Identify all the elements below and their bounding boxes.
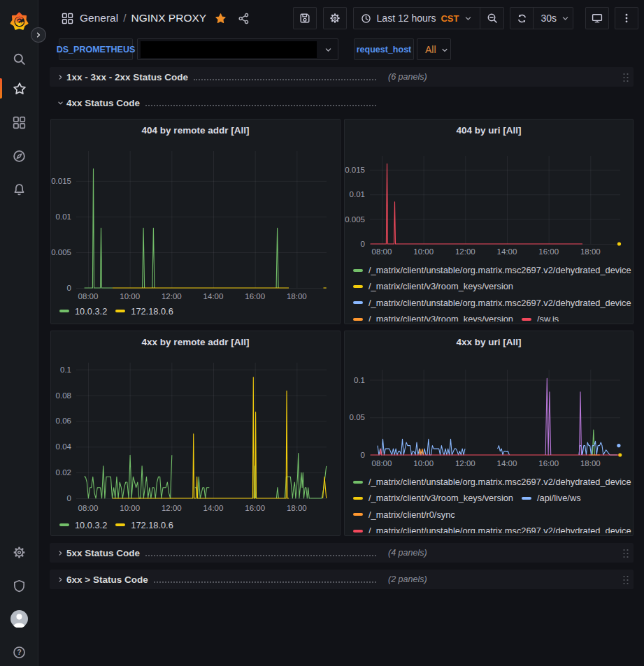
dashboards-menu-item[interactable]: [0, 108, 38, 136]
legend-series-label[interactable]: 172.18.0.6: [131, 520, 173, 530]
help-menu-item[interactable]: [0, 638, 38, 666]
legend-series-label[interactable]: /_matrix/client/unstable/org.matrix.msc2…: [368, 298, 631, 308]
gear-icon: [329, 13, 341, 24]
dashboard-row-6xx[interactable]: 6xx > Status Code (2 panels): [50, 570, 634, 589]
legend-series-label[interactable]: /api/live/ws: [537, 493, 581, 503]
legend-item[interactable]: 10.0.3.2: [59, 306, 107, 317]
svg-text:0.01: 0.01: [56, 212, 71, 221]
legend-item[interactable]: /api/live/ws: [522, 493, 581, 503]
row-panel-count: (4 panels): [388, 548, 427, 558]
legend-series-label[interactable]: /_matrix/client/unstable/org.matrix.msc2…: [368, 526, 631, 533]
legend-row: /_matrix/client/unstable/org.matrix.msc2…: [353, 295, 631, 311]
search-menu-item[interactable]: [0, 45, 38, 73]
dashboard-row-4xx[interactable]: 4xx Status Code: [50, 93, 634, 113]
panel-title[interactable]: 4xx by remote addr [All]: [51, 331, 340, 352]
legend-series-label[interactable]: /_matrix/client/unstable/org.matrix.msc2…: [368, 477, 631, 487]
row-dots: [145, 549, 376, 556]
host-variable-select[interactable]: All: [417, 38, 451, 60]
tv-mode-button[interactable]: [585, 7, 609, 29]
time-range-label: Last 12 hours: [377, 13, 436, 24]
legend-series-label[interactable]: 172.18.0.6: [131, 306, 173, 317]
legend-row: 10.0.3.2172.18.0.6: [59, 303, 338, 319]
explore-menu-item[interactable]: [0, 142, 38, 170]
legend-series-color: [353, 285, 363, 288]
refresh-interval-picker[interactable]: 30s: [534, 7, 573, 29]
chevron-right-icon: [57, 576, 64, 584]
breadcrumb-section[interactable]: General: [80, 12, 118, 24]
legend-row: /_matrix/client/unstable/org.matrix.msc2…: [353, 474, 631, 490]
monitor-icon: [592, 13, 603, 24]
legend-item[interactable]: 172.18.0.6: [115, 306, 173, 317]
breadcrumb-dashboard-title[interactable]: NGINX PROXY: [131, 12, 206, 24]
datasource-variable-select[interactable]: [137, 38, 338, 60]
alerting-menu-item[interactable]: [0, 175, 38, 203]
drag-handle-icon[interactable]: [621, 574, 631, 586]
drag-handle-icon[interactable]: [621, 72, 631, 83]
legend-series-label[interactable]: /_matrix/client/v3/room_keys/version: [368, 281, 513, 291]
panel-4xx-by-remote-addr: 4xx by remote addr [All] 00.020.040.060.…: [50, 331, 341, 536]
star-icon: [13, 82, 27, 96]
sidebar-expand-button[interactable]: [31, 27, 46, 43]
configuration-menu-item[interactable]: [0, 538, 38, 566]
kebab-menu-button[interactable]: [615, 7, 638, 29]
svg-text:0: 0: [361, 451, 365, 459]
svg-text:18:00: 18:00: [580, 247, 601, 256]
legend-series-label[interactable]: /sw.js: [537, 314, 559, 321]
dashboard-row-5xx[interactable]: 5xx Status Code (4 panels): [50, 543, 634, 563]
svg-text:0.1: 0.1: [354, 376, 365, 384]
timeseries-chart: 00.0050.010.01508:0010:0012:0014:0016:00…: [51, 140, 338, 307]
legend-item[interactable]: /_matrix/client/unstable/org.matrix.msc2…: [353, 477, 631, 487]
svg-text:14:00: 14:00: [497, 459, 517, 468]
legend-item[interactable]: /_matrix/client/v3/room_keys/version: [353, 314, 513, 321]
svg-text:14:00: 14:00: [203, 504, 224, 512]
time-range-picker[interactable]: Last 12 hours CST: [353, 7, 481, 29]
host-variable-label: request_host: [354, 38, 414, 60]
svg-text:0.005: 0.005: [345, 215, 365, 224]
legend-series-label[interactable]: /_matrix/client/v3/room_keys/version: [368, 314, 513, 321]
legend-item[interactable]: /_matrix/client/unstable/org.matrix.msc2…: [353, 265, 631, 275]
starred-menu-item[interactable]: [0, 75, 38, 103]
panel-title[interactable]: 404 by uri [All]: [345, 120, 633, 140]
panel-4xx-by-uri: 4xx by uri [All] 00.050.108:0010:0012:00…: [344, 331, 634, 536]
row-panel-count: (6 panels): [388, 72, 427, 82]
favorite-star-icon[interactable]: [215, 13, 227, 24]
save-icon: [299, 13, 310, 24]
dashboard-row-1xx[interactable]: 1xx - 3xx - 2xx Status Code (6 panels): [50, 67, 634, 87]
svg-text:0.04: 0.04: [56, 442, 72, 451]
chevron-down-icon: [441, 45, 449, 55]
chevron-right-icon: [54, 549, 66, 557]
legend-item[interactable]: /_matrix/client/unstable/org.matrix.msc2…: [353, 298, 631, 308]
legend-item[interactable]: 10.0.3.2: [59, 520, 107, 530]
dashboard-settings-button[interactable]: [323, 7, 347, 29]
toolbar: Last 12 hours CST 30s: [293, 7, 638, 29]
legend-series-color: [353, 530, 363, 533]
legend-series-color: [353, 497, 363, 500]
legend-item[interactable]: /_matrix/client/r0/sync: [353, 509, 455, 520]
svg-text:18:00: 18:00: [287, 504, 307, 512]
legend-series-label[interactable]: /_matrix/client/r0/sync: [368, 509, 455, 520]
legend-series-label[interactable]: 10.0.3.2: [75, 306, 107, 317]
svg-text:14:00: 14:00: [497, 247, 517, 256]
user-avatar[interactable]: [0, 605, 38, 632]
panel-title[interactable]: 4xx by uri [All]: [345, 331, 633, 352]
save-dashboard-button[interactable]: [293, 7, 317, 29]
row-dots: [154, 576, 376, 583]
panel-404-by-remote-addr: 404 by remote addr [All] 00.0050.010.015…: [50, 119, 341, 324]
drag-handle-icon[interactable]: [621, 548, 631, 559]
legend-item[interactable]: 172.18.0.6: [115, 520, 173, 530]
zoom-out-button[interactable]: [480, 7, 504, 29]
legend-item[interactable]: /_matrix/client/unstable/org.matrix.msc2…: [353, 526, 631, 533]
server-admin-menu-item[interactable]: [0, 572, 38, 600]
legend-series-label[interactable]: 10.0.3.2: [75, 520, 107, 530]
legend-series-label[interactable]: /_matrix/client/unstable/org.matrix.msc2…: [368, 265, 631, 275]
panel-title[interactable]: 404 by remote addr [All]: [51, 120, 340, 140]
legend-item[interactable]: /_matrix/client/v3/room_keys/version: [353, 281, 513, 291]
refresh-button[interactable]: [510, 7, 534, 29]
legend-series-label[interactable]: /_matrix/client/v3/room_keys/version: [368, 493, 513, 503]
share-icon[interactable]: [238, 13, 250, 24]
shield-icon: [13, 579, 26, 593]
legend-item[interactable]: /_matrix/client/v3/room_keys/version: [353, 493, 513, 503]
legend-item[interactable]: /sw.js: [522, 314, 559, 321]
svg-text:12:00: 12:00: [162, 504, 182, 512]
timeseries-chart: 00.050.108:0010:0012:0014:0016:0018:00: [345, 352, 631, 474]
